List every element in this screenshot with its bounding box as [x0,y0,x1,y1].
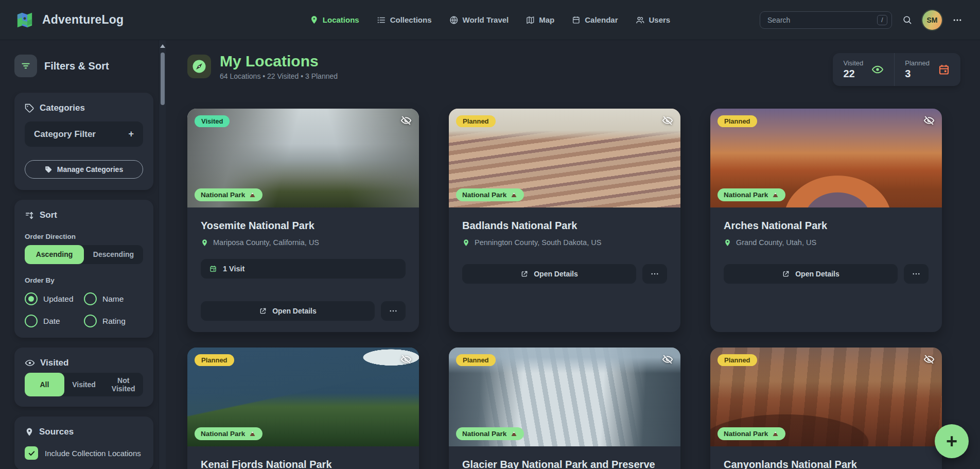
nav-item-collections[interactable]: Collections [377,15,432,25]
radio-rating[interactable]: Rating [84,315,143,327]
nav-item-world-travel[interactable]: World Travel [449,15,509,25]
external-link-icon [259,307,267,315]
filters-sidebar: Filters & Sort Categories Category Filte… [0,40,159,469]
order-by-options: Updated Name Date Rating [25,292,143,327]
location-title: Arches National Park [724,220,929,232]
navbar-right: / SM [760,10,966,30]
category-filter-toggle[interactable]: Category Filter + [25,121,143,147]
mountain-icon [249,430,256,438]
sort-icon [25,211,34,220]
status-badge: Visited [195,115,230,127]
manage-categories-button[interactable]: Manage Categories [25,160,143,179]
radio-circle [25,292,38,305]
nav-item-calendar[interactable]: Calendar [572,15,618,24]
category-badge: National Park [717,188,785,201]
search-input[interactable] [760,11,892,29]
locations-grid: Visited National Park Yosemite National … [187,109,980,469]
more-icon [650,269,659,279]
main-content: My Locations 64 Locations • 22 Visited •… [166,40,980,469]
app-logo-map-icon [14,10,35,30]
external-link-icon [520,270,529,278]
filters-button[interactable] [14,55,37,77]
eye-off-icon[interactable] [400,354,412,365]
stat-visited: Visited 22 [833,53,894,86]
globe-icon [449,15,459,25]
mountain-icon [772,191,779,199]
sort-title: Sort [40,210,57,220]
scroll-up-arrow[interactable] [160,44,165,48]
location-card-kenai-fjords[interactable]: Planned National Park Kenai Fjords Natio… [187,348,419,469]
eye-off-icon[interactable] [662,115,673,126]
main-nav: Locations Collections World Travel Map C… [310,15,670,25]
category-badge: National Park [195,188,262,201]
map-pin-icon [201,239,208,247]
page-subtitle: 64 Locations • 22 Visited • 3 Planned [220,72,338,80]
categories-section: Categories Category Filter + Manage Cate… [14,93,153,190]
radio-name[interactable]: Name [84,292,143,305]
sources-title: Sources [39,427,74,437]
card-more-button[interactable] [904,264,929,284]
search-box: / [760,11,892,29]
map-pin-icon [25,427,34,437]
map-pin-icon [724,239,731,247]
location-photo: Planned National Park [449,348,680,446]
eye-off-icon[interactable] [662,354,673,365]
visited-all[interactable]: All [25,373,64,396]
mountain-icon [772,430,779,438]
sidebar-scrollbar[interactable] [159,40,166,469]
nav-item-map[interactable]: Map [526,15,554,24]
location-region: Mariposa County, California, US [213,238,319,247]
location-region: Grand County, Utah, US [736,238,816,247]
search-button[interactable] [899,12,915,28]
card-more-button[interactable] [642,264,667,284]
location-card-glacier-bay[interactable]: Planned National Park Glacier Bay Nation… [449,348,680,469]
radio-date[interactable]: Date [25,315,84,327]
card-more-button[interactable] [381,301,406,321]
location-photo: Planned National Park [710,109,942,207]
nav-item-locations[interactable]: Locations [310,15,359,24]
category-badge: National Park [195,427,262,440]
location-card-canyonlands[interactable]: Planned National Park Canyonlands Nation… [710,348,942,469]
open-details-button[interactable]: Open Details [201,301,375,321]
avatar[interactable]: SM [922,10,942,30]
location-card-arches[interactable]: Planned National Park Arches National Pa… [710,109,942,332]
search-shortcut-kbd: / [877,15,887,25]
top-navbar: AdventureLog Locations Collections World… [0,0,980,40]
location-photo: Planned National Park [710,348,942,446]
order-direction-label: Order Direction [25,233,143,240]
add-location-button[interactable]: + [935,424,969,458]
radio-updated[interactable]: Updated [25,292,84,305]
eye-off-icon[interactable] [400,115,412,126]
location-title: Canyonlands National Park [724,459,929,469]
mountain-icon [510,191,518,199]
visited-not-visited[interactable]: Not Visited [103,373,143,396]
nav-item-users[interactable]: Users [635,15,670,25]
open-details-button[interactable]: Open Details [724,264,898,284]
compass-icon [187,55,211,78]
open-details-button[interactable]: Open Details [462,264,636,284]
filter-icon [21,61,31,71]
sources-section: Sources Include Collection Locations [14,416,153,469]
brand[interactable]: AdventureLog [14,10,124,30]
include-collection-locations-checkbox[interactable]: Include Collection Locations [25,446,143,460]
location-card-badlands[interactable]: Planned National Park Badlands National … [449,109,680,332]
tag-icon [45,166,52,173]
scrollbar-thumb[interactable] [161,53,165,105]
sort-section: Sort Order Direction Ascending Descendin… [14,200,153,338]
location-card-yosemite[interactable]: Visited National Park Yosemite National … [187,109,419,332]
external-link-icon [782,270,790,278]
eye-off-icon[interactable] [923,354,935,365]
navbar-more-button[interactable] [949,12,966,28]
eye-off-icon[interactable] [923,115,935,126]
status-badge: Planned [456,115,496,127]
app-title: AdventureLog [42,13,124,27]
eye-icon [25,358,35,368]
direction-ascending[interactable]: Ascending [25,245,84,264]
category-badge: National Park [456,427,524,440]
status-badge: Planned [456,354,496,366]
visited-visited[interactable]: Visited [64,373,104,396]
radio-circle [25,315,38,327]
stats-box: Visited 22 Planned 3 [833,53,960,86]
visit-count-chip: 1 Visit [201,259,406,279]
direction-descending[interactable]: Descending [84,245,143,264]
